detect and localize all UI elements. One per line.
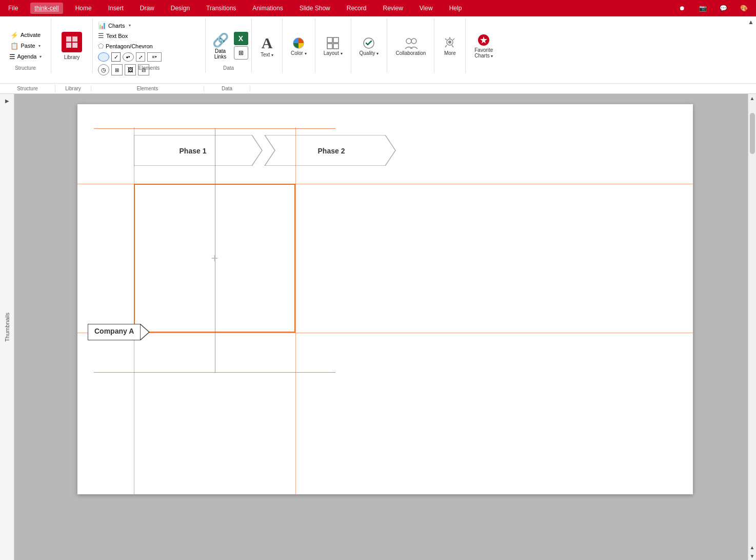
slide-canvas[interactable]: Phase 1 Phase 2 + [77,104,693,494]
comment-icon[interactable]: 💬 [715,2,731,14]
quality-label: Quality ▾ [360,50,379,56]
elements-group: 📊 Charts ▾ ☰ Text Box ⬠ Pentagon/Chevron [93,18,206,73]
structure-label: Structure [0,65,51,71]
excel-button[interactable]: X [234,32,248,45]
library-button[interactable]: Library [56,30,87,62]
menu-record[interactable]: Record [343,3,371,14]
charts-icon: 📊 [98,22,106,29]
company-a-box: Company A [88,324,140,340]
checkbox-button[interactable]: ✓ [111,52,121,62]
paste-label: Paste [21,43,35,49]
pentagon-label: Pentagon/Chevron [106,43,153,49]
paste-icon: 📋 [10,42,18,50]
favorite-charts-icon [476,33,491,47]
svg-rect-5 [327,37,332,43]
menu-home[interactable]: Home [71,3,96,14]
data-links-label: DataLinks [214,48,226,60]
svg-rect-6 [333,37,339,43]
excel-group-buttons: X ⊞ [234,32,248,60]
selection-box[interactable]: + [134,184,295,333]
menu-review[interactable]: Review [379,3,407,14]
circle-dropdown-button[interactable]: ●▾ [123,52,134,62]
crosshair-left [215,128,215,373]
color-btn[interactable]: Color ▾ [286,20,312,72]
color-label: Color ▾ [291,50,307,56]
scroll-down-small[interactable]: ▲ [748,543,756,552]
thumbnails-label: Thumbnails [4,313,10,342]
menu-transitions[interactable]: Transitions [202,3,240,14]
quality-btn[interactable]: Quality ▾ [354,20,384,72]
excel-icon: X [238,34,243,43]
layout-btn[interactable]: Layout ▾ [319,20,348,72]
menu-design[interactable]: Design [167,3,194,14]
activate-label: Activate [21,32,41,38]
phase-chevrons: Phase 1 Phase 2 [134,135,411,166]
add-content-icon: + [211,251,218,265]
favorite-charts-btn[interactable]: FavoriteCharts ▾ [469,20,498,72]
text-btn[interactable]: A Text ▾ [255,20,278,72]
color-icon [291,36,306,50]
text-label: Text ▾ [261,52,273,57]
menu-file[interactable]: File [4,3,22,14]
elements-bottom-label: Elements [91,86,204,91]
table-data-button[interactable]: ⊞ [234,46,248,60]
theme-icon[interactable]: 🎨 [735,2,752,14]
structure-group: ⚡ Activate 📋 Paste ▾ ☰ Agenda ▾ Structur… [0,18,51,73]
data-group-inner: 🔗 DataLinks X ⊞ [209,20,248,72]
textbox-button[interactable]: ☰ Text Box [96,31,202,41]
titlebar-icons: ⏺ 📷 💬 🎨 [674,2,752,14]
align-dropdown-button[interactable]: ≡▾ [147,52,162,62]
color-group: Color ▾ [283,18,315,73]
ribbon-collapse-button[interactable]: ▲ [746,16,756,83]
menu-insert[interactable]: Insert [104,3,128,14]
menu-think-cell[interactable]: think-cell [30,3,63,14]
menu-view[interactable]: View [415,3,437,14]
library-bottom-label: Library [55,86,91,91]
svg-marker-22 [140,324,149,340]
activate-button[interactable]: ⚡ Activate [8,30,43,40]
record-icon[interactable]: ⏺ [674,2,690,14]
favorite-charts-group: FavoriteCharts ▾ [466,18,502,73]
crosshair-v-right [295,127,296,494]
app-menu-items: File think-cell Home Insert Draw Design … [4,3,466,14]
elements-label: Elements [93,65,205,71]
pentagon-icon: ⬠ [98,42,104,50]
more-btn[interactable]: More [437,20,462,72]
agenda-icon: ☰ [9,53,15,61]
ribbon-bottom-labels: Structure Library Elements Data [0,83,756,93]
company-a-arrow-icon [140,324,150,340]
camera-icon[interactable]: 📷 [694,2,711,14]
chain-icon: 🔗 [212,32,229,48]
collaboration-btn[interactable]: Collaboration [390,20,431,72]
paste-button[interactable]: 📋 Paste ▾ [8,41,42,51]
pentagon-button[interactable]: ⬠ Pentagon/Chevron [96,41,202,51]
scroll-down-button[interactable]: ▼ [748,552,756,560]
scroll-thumb-vertical[interactable] [750,113,755,154]
layout-label: Layout ▾ [324,50,343,56]
agenda-button[interactable]: ☰ Agenda ▾ [7,52,44,62]
oval-shape-button[interactable] [98,52,109,62]
favorite-charts-label: FavoriteCharts ▾ [474,47,493,59]
resize-button[interactable]: ⤢ [136,52,145,62]
crosshair-h-bottom [77,333,693,333]
data-links-button[interactable]: 🔗 DataLinks [209,30,232,62]
svg-rect-7 [327,44,332,49]
thumbnails-panel[interactable]: ▶ Thumbnails [0,94,14,560]
svg-line-16 [445,45,447,47]
menu-draw[interactable]: Draw [136,3,158,14]
quality-icon [362,36,376,50]
scroll-up-button[interactable]: ▲ [748,94,756,103]
quality-group: Quality ▾ [351,18,388,73]
svg-rect-1 [72,36,77,42]
menu-animations[interactable]: Animations [248,3,287,14]
menu-slide-show[interactable]: Slide Show [295,3,334,14]
structure-group-inner: ⚡ Activate 📋 Paste ▾ ☰ Agenda ▾ [4,21,47,71]
svg-rect-0 [66,36,71,42]
data-label: Data [206,65,251,71]
collaboration-icon [404,36,418,50]
menu-help[interactable]: Help [445,3,466,14]
svg-point-18 [448,41,451,44]
agenda-label: Agenda [17,53,37,60]
charts-button[interactable]: 📊 Charts ▾ [96,21,202,30]
company-a-label[interactable]: Company A [88,324,150,340]
